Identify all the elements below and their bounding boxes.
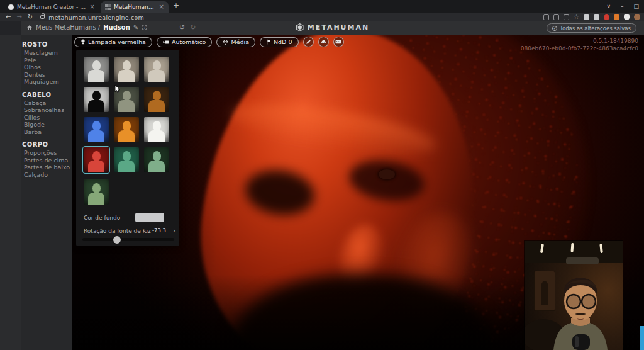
sidebar-item-mesclagem[interactable]: Mesclagem	[22, 49, 72, 57]
light-preset-button[interactable]: Lâmpada vermelha	[74, 37, 152, 47]
mouse-cursor	[114, 84, 121, 94]
slider-handle[interactable]	[113, 236, 121, 244]
blend-dab-icon	[321, 39, 326, 45]
lod-label: NdD 0	[274, 38, 292, 45]
tool-brush-button[interactable]	[303, 37, 314, 47]
screen: MetaHuman Creator - Unreal En × MetaHuma…	[0, 0, 644, 350]
profile-avatar[interactable]	[634, 14, 640, 20]
left-margin	[0, 35, 21, 350]
tab-metahuman-creator[interactable]: MetaHuman Creator ×	[101, 1, 169, 13]
extensions-pin-icon[interactable]	[624, 14, 630, 20]
appbar-left-gap	[0, 21, 21, 35]
tab-close-icon[interactable]: ×	[90, 4, 95, 10]
sidebar-item-partes-de-baixo[interactable]: Partes de baixo	[22, 164, 72, 171]
sidebar-item-sobrancelhas[interactable]: Sobrancelhas	[22, 106, 72, 114]
sidebar-item-pele[interactable]: Pele	[22, 57, 72, 64]
rename-pencil-icon[interactable]: ✎	[133, 25, 138, 31]
sidebar-item-partes-de-cima[interactable]: Partes de cima	[22, 157, 72, 164]
sidebar-section-corpo: CORPO	[22, 141, 72, 148]
lighting-preset-thumb[interactable]	[144, 117, 169, 142]
tab-close-icon[interactable]: ×	[159, 4, 164, 10]
lighting-preset-thumb[interactable]	[144, 57, 169, 82]
brush-icon	[306, 39, 311, 45]
webcam-scene	[525, 241, 623, 350]
window-minimize-icon[interactable]: –	[621, 3, 624, 9]
forward-icon[interactable]: →	[16, 14, 21, 20]
redo-icon[interactable]: ↻	[190, 23, 196, 31]
sidebar-item-cilios[interactable]: Cílios	[22, 114, 72, 121]
light-rotation-slider[interactable]	[82, 238, 174, 241]
lighting-preset-thumb[interactable]	[114, 57, 139, 82]
bookmark-star-icon[interactable]: ☆	[574, 14, 579, 20]
undo-icon[interactable]: ↺	[179, 23, 185, 31]
lighting-preset-thumb[interactable]	[84, 87, 109, 112]
camera-icon	[163, 40, 169, 45]
save-status-badge: ✓ Todas as alterações salvas	[547, 23, 636, 33]
browser-tab-strip: MetaHuman Creator - Unreal En × MetaHuma…	[0, 0, 644, 13]
lighting-preset-thumb-selected[interactable]	[84, 147, 109, 172]
app-top-bar: Meus MetaHumans / Hudson ✎ i ↺ ↻ METAHUM…	[21, 21, 644, 35]
lighting-preset-thumb[interactable]	[144, 147, 169, 172]
background-color-swatch[interactable]	[135, 213, 164, 222]
viewport-3d-render[interactable]: Lâmpada vermelha Automático Média Nd	[72, 35, 644, 350]
lighting-preset-thumb[interactable]	[84, 179, 109, 205]
new-tab-button[interactable]: +	[171, 1, 181, 11]
lighting-panel: Cor de fundo Rotação da fonte de luz ‹ -…	[76, 50, 179, 246]
light-preset-label: Lâmpada vermelha	[88, 38, 146, 45]
extension-icon[interactable]	[584, 14, 589, 20]
info-icon[interactable]: i	[142, 25, 147, 30]
lighting-preset-thumb[interactable]	[114, 117, 139, 142]
version-info: 0.5.1-18419890 080eb670-eb0d-0fb7-722c-4…	[521, 37, 638, 52]
url-text[interactable]: metahuman.unrealengine.com	[48, 14, 144, 21]
camera-auto-label: Automático	[172, 38, 206, 45]
extension-orange-icon[interactable]	[614, 14, 619, 20]
window-maximize-icon[interactable]: □	[633, 3, 639, 9]
breadcrumb[interactable]: Meus MetaHumans /	[36, 24, 100, 31]
extension-red-icon[interactable]	[604, 14, 609, 20]
light-rotation-stepper: ‹ -73.3 ›	[143, 227, 175, 234]
breadcrumb-root[interactable]: Meus MetaHumans	[36, 24, 96, 31]
lighting-preset-thumb[interactable]	[84, 57, 109, 82]
lock-icon[interactable]	[40, 15, 45, 19]
lighting-preset-thumb[interactable]	[144, 87, 169, 112]
sidebar-item-calcado[interactable]: Calçado	[22, 171, 72, 179]
sidebar-item-dentes[interactable]: Dentes	[22, 71, 72, 79]
install-app-icon[interactable]	[564, 14, 569, 20]
keyboard-icon	[335, 40, 341, 44]
tool-blend-button[interactable]	[318, 37, 329, 47]
build-version: 0.5.1-18419890	[521, 37, 638, 45]
quality-label: Média	[231, 38, 249, 45]
tool-keyboard-button[interactable]	[333, 37, 344, 47]
sidebar-item-barba[interactable]: Barba	[22, 128, 72, 136]
tab-title: MetaHuman Creator	[114, 4, 156, 10]
metahuman-logo-icon	[296, 23, 304, 31]
reload-icon[interactable]: ↻	[28, 14, 33, 20]
lighting-preset-thumb[interactable]	[84, 117, 109, 142]
sidebar-item-cabeca[interactable]: Cabeça	[22, 99, 72, 107]
metahuman-logo: METAHUMAN	[296, 23, 369, 31]
sidebar-item-olhos[interactable]: Olhos	[22, 64, 72, 71]
extension-icon[interactable]	[594, 14, 599, 20]
tab-metahuman-unreal[interactable]: MetaHuman Creator - Unreal En ×	[4, 1, 99, 13]
lighting-preset-thumb[interactable]	[114, 147, 139, 172]
quality-button[interactable]: Média	[216, 37, 255, 47]
sidebar-nav: ROSTO Mesclagem Pele Olhos Dentes Maquia…	[21, 35, 72, 350]
side-panel-icon[interactable]	[543, 14, 549, 20]
metahuman-favicon-icon	[105, 4, 111, 10]
lod-button[interactable]: NdD 0	[260, 37, 299, 47]
rotation-value[interactable]: -73.3	[152, 227, 166, 234]
scene-right-iris	[379, 169, 395, 179]
sidebar-item-bigode[interactable]: Bigode	[22, 121, 72, 128]
light-rotation-label: Rotação da fonte de luz	[84, 228, 151, 234]
camera-auto-button[interactable]: Automático	[157, 37, 213, 47]
sidebar-item-maquiagem[interactable]: Maquiagem	[22, 78, 72, 86]
translate-icon[interactable]	[553, 14, 559, 20]
window-menu-icon[interactable]: ∨	[606, 3, 611, 9]
rotation-increment-icon[interactable]: ›	[173, 227, 175, 234]
webcam-overlay	[525, 241, 623, 350]
back-icon[interactable]: ←	[6, 14, 11, 20]
rotation-decrement-icon[interactable]: ‹	[143, 227, 145, 234]
home-icon[interactable]	[26, 25, 33, 31]
sidebar-item-proporcoes[interactable]: Proporções	[22, 149, 72, 157]
tab-title: MetaHuman Creator - Unreal En	[17, 4, 87, 10]
